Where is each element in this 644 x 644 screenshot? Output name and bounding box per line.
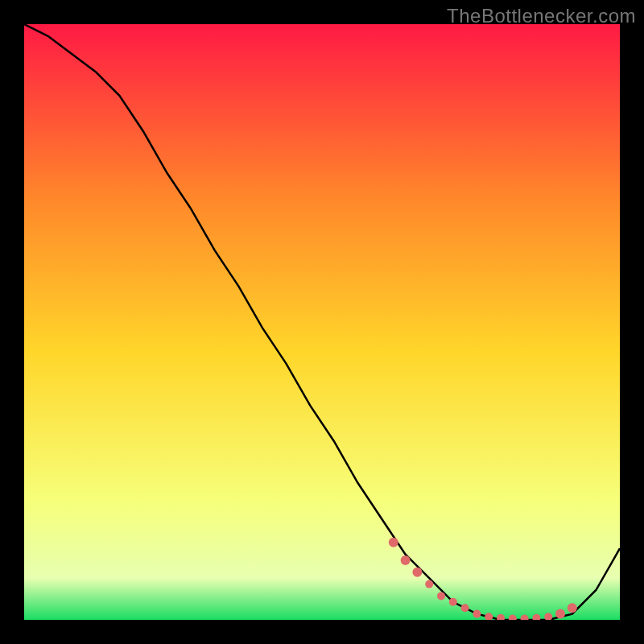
marker-point	[555, 609, 565, 619]
marker-point	[449, 598, 457, 606]
marker-point	[401, 555, 411, 565]
marker-point	[461, 604, 469, 612]
marker-point	[389, 538, 398, 547]
marker-point	[425, 580, 433, 588]
chart-stage: TheBottlenecker.com	[0, 0, 644, 644]
marker-point	[473, 610, 481, 618]
marker-point	[437, 592, 445, 600]
watermark-text: TheBottlenecker.com	[447, 5, 636, 27]
chart-svg	[24, 24, 620, 620]
chart-plot-area	[24, 24, 620, 620]
gradient-background	[24, 24, 620, 620]
marker-point	[412, 568, 422, 577]
marker-point	[568, 603, 577, 613]
